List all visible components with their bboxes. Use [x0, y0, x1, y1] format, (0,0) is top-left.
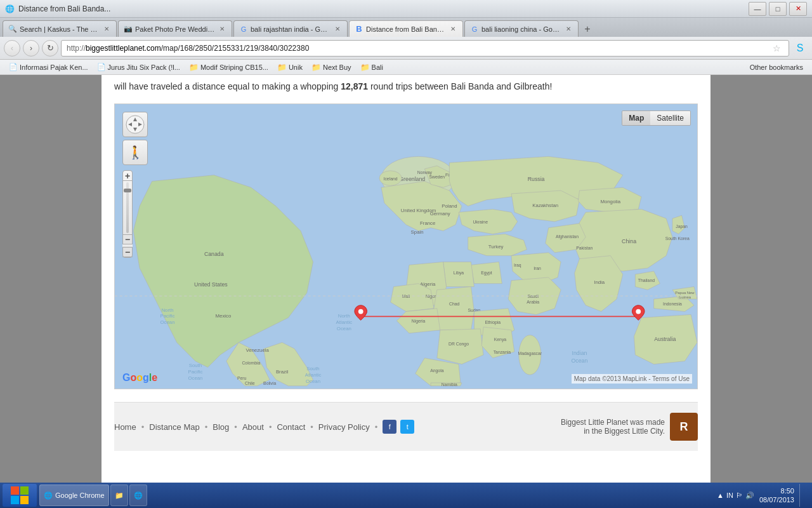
footer-link-blog[interactable]: Blog: [213, 422, 229, 432]
tab-search-kaskus[interactable]: 🔍 Search | Kaskus - The Lar... ✕: [3, 20, 117, 37]
url-bar[interactable]: http://biggestlittleplanet.com/map/168/2…: [61, 40, 789, 57]
close-button[interactable]: ✕: [789, 2, 807, 16]
start-button[interactable]: [3, 484, 37, 507]
google-logo: Google: [122, 372, 157, 384]
svg-text:Indonesia: Indonesia: [663, 302, 682, 306]
svg-rect-82: [20, 486, 29, 495]
bookmark-label-5: Next Buy: [323, 64, 351, 71]
zoom-min-button[interactable]: −: [122, 247, 133, 257]
forward-button[interactable]: ›: [23, 40, 39, 57]
bookmark-next-buy[interactable]: 📁 Next Buy: [308, 62, 355, 73]
svg-text:Thailand: Thailand: [638, 278, 655, 283]
svg-text:Nigeria: Nigeria: [412, 319, 426, 324]
footer-link-privacy[interactable]: Privacy Policy: [318, 422, 370, 432]
taskbar-clock: 8:50 08/07/2013: [759, 486, 794, 505]
svg-text:Papua New: Papua New: [675, 291, 695, 295]
text-part1: will have traveled a distance equal to m…: [114, 81, 341, 91]
taskbar-icons: ▲ IN 🏳 🔊: [717, 491, 754, 500]
taskbar-date: 08/07/2013: [759, 495, 794, 504]
footer-link-distance-map[interactable]: Distance Map: [149, 422, 199, 432]
tab-bali-rajashtan[interactable]: G bali rajashtan india - Goo... ✕: [233, 20, 348, 37]
skype-icon[interactable]: S: [792, 40, 808, 57]
svg-text:Poland: Poland: [442, 203, 457, 209]
map-street-view-person[interactable]: 🚶: [122, 140, 148, 165]
other-bookmarks[interactable]: Other bookmarks: [746, 62, 807, 72]
tab-title-3: bali rajashtan india - Goo...: [251, 25, 331, 33]
tab-close-1[interactable]: ✕: [102, 25, 111, 33]
footer-brand-line1: Biggest Little Planet was made: [561, 418, 665, 427]
tab-distance-bali[interactable]: B Distance from Bali Banda... ✕: [349, 20, 463, 37]
bookmark-label-6: Bali: [372, 64, 383, 71]
svg-text:Brazil: Brazil: [276, 369, 289, 375]
svg-rect-81: [11, 486, 19, 495]
text-part2: round trips between Bali Banda and Gilbr…: [368, 81, 552, 91]
bookmark-label-3: Modif Striping CB15...: [200, 64, 268, 71]
svg-text:Chad: Chad: [449, 302, 460, 306]
svg-text:India: India: [594, 279, 605, 285]
address-bar: ‹ › ↻ http://biggestlittleplanet.com/map…: [0, 37, 812, 60]
tab-bali-liaoning[interactable]: G bali liaoning china - Goo... ✕: [464, 20, 579, 37]
minimize-button[interactable]: —: [749, 2, 766, 16]
svg-text:Egypt: Egypt: [481, 271, 492, 276]
footer-brand: Biggest Little Planet was made in the Bi…: [561, 413, 698, 441]
bookmark-icon-2: 📄: [97, 63, 106, 71]
maximize-button[interactable]: □: [769, 2, 787, 16]
svg-text:Ocean: Ocean: [188, 375, 202, 381]
svg-text:Namibia: Namibia: [442, 382, 457, 387]
tab-close-3[interactable]: ✕: [333, 25, 342, 33]
bookmark-informasi-pajak[interactable]: 📄 Informasi Pajak Ken...: [5, 62, 92, 72]
taskbar-chrome-2-button[interactable]: 🌐: [129, 485, 147, 506]
map-type-map-button[interactable]: Map: [622, 111, 650, 125]
bookmark-jurus-jitu[interactable]: 📄 Jurus Jitu Six Pack (!l...: [93, 62, 184, 72]
tab-photo-wedding[interactable]: 📷 Paket Photo Pre Weddin... ✕: [118, 20, 232, 37]
bookmark-modif-striping[interactable]: 📁 Modif Striping CB15...: [185, 62, 272, 73]
tab-title-2: Paket Photo Pre Weddin...: [135, 25, 215, 33]
svg-text:Mexico: Mexico: [216, 313, 232, 319]
tab-title-4: Distance from Bali Banda...: [366, 25, 446, 33]
tab-favicon-1: 🔍: [8, 25, 17, 34]
tab-close-4[interactable]: ✕: [449, 25, 457, 33]
svg-text:Libya: Libya: [454, 271, 464, 276]
browser-actions: S: [792, 40, 808, 57]
taskbar-chrome-button[interactable]: 🌐 Google Chrome: [39, 485, 109, 506]
tab-close-2[interactable]: ✕: [218, 25, 226, 33]
footer-link-contact[interactable]: Contact: [277, 422, 305, 432]
footer-link-home[interactable]: Home: [114, 422, 136, 432]
footer-brand-line2: in the Biggest Little City.: [561, 427, 665, 436]
footer-link-about[interactable]: About: [242, 422, 264, 432]
svg-text:Angola: Angola: [430, 368, 443, 373]
svg-text:Australia: Australia: [654, 336, 676, 342]
bookmark-label-4: Unik: [289, 64, 303, 71]
map-container[interactable]: Greenland Canada United States Mexico Br…: [114, 104, 698, 389]
map-type-satellite-button[interactable]: Satellite: [650, 111, 690, 125]
zoom-in-button[interactable]: +: [122, 171, 133, 181]
svg-text:Tanzania: Tanzania: [494, 350, 511, 354]
footer-inner: Home • Distance Map • Blog • About • Con…: [114, 413, 698, 441]
bookmarks-bar: 📄 Informasi Pajak Ken... 📄 Jurus Jitu Si…: [0, 60, 812, 75]
svg-text:Ocean: Ocean: [306, 378, 320, 384]
bookmark-star-icon[interactable]: ☆: [770, 43, 783, 53]
tab-title-5: bali liaoning china - Goo...: [481, 25, 561, 33]
taskbar-volume-icon[interactable]: 🔊: [745, 491, 754, 500]
taskbar-arrow-icon[interactable]: ▲: [717, 491, 724, 499]
bookmark-bali[interactable]: 📁 Bali: [357, 62, 387, 73]
svg-text:Ocean: Ocean: [572, 358, 588, 364]
zoom-out-button[interactable]: −: [122, 234, 133, 244]
back-button[interactable]: ‹: [4, 40, 20, 57]
tab-close-5[interactable]: ✕: [564, 25, 573, 33]
bookmark-unik[interactable]: 📁 Unik: [273, 62, 306, 73]
window-controls: — □ ✕: [749, 2, 807, 16]
map-nav-control[interactable]: [122, 112, 148, 137]
new-tab-button[interactable]: +: [580, 22, 595, 37]
reload-button[interactable]: ↻: [42, 40, 58, 57]
svg-text:Madagascar: Madagascar: [518, 351, 542, 356]
twitter-icon[interactable]: t: [400, 420, 414, 434]
facebook-icon[interactable]: f: [383, 420, 396, 434]
svg-text:Germany: Germany: [430, 211, 450, 217]
taskbar-chrome-label: Google Chrome: [55, 491, 105, 499]
content-scroll-area[interactable]: will have traveled a distance equal to m…: [0, 75, 812, 483]
svg-text:Niger: Niger: [426, 294, 436, 299]
taskbar-explorer-button[interactable]: 📁: [110, 485, 128, 506]
map-background: Greenland Canada United States Mexico Br…: [115, 104, 697, 389]
taskbar-show-desktop-button[interactable]: [799, 484, 804, 507]
